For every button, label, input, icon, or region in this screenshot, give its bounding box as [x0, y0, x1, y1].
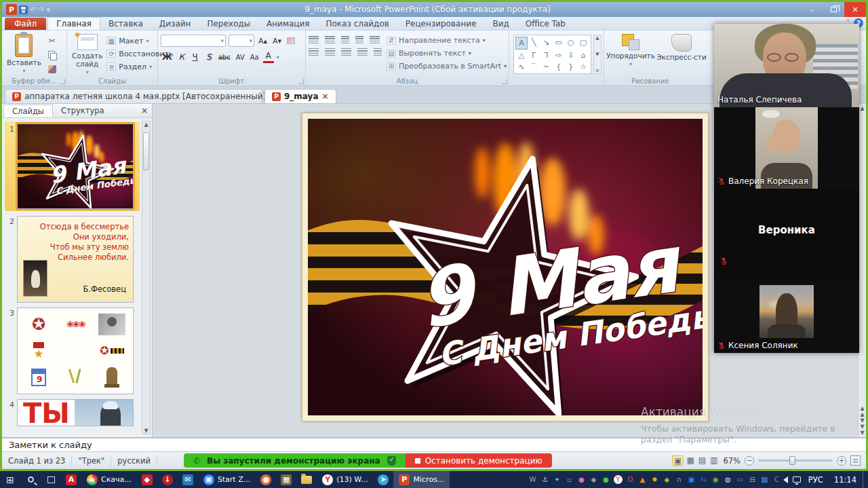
- doc-tab-2-active[interactable]: P 9_maya ×: [264, 89, 336, 103]
- font-color-button[interactable]: A: [263, 51, 274, 63]
- search-button[interactable]: [20, 471, 41, 488]
- zoom-out-icon[interactable]: −: [745, 456, 754, 466]
- quick-styles-button[interactable]: Экспресс-сти: [656, 33, 707, 76]
- tray-monitors-icon[interactable]: ⊟: [747, 476, 758, 483]
- tab-design[interactable]: Дизайн: [151, 18, 199, 30]
- scroll-down-icon[interactable]: ▼: [860, 430, 864, 436]
- line-spacing-icon[interactable]: [370, 36, 380, 43]
- taskbar-telegram[interactable]: ➤: [373, 471, 393, 488]
- justify-icon[interactable]: [357, 48, 368, 56]
- zoom-in-icon[interactable]: +: [837, 456, 846, 466]
- grow-font-button[interactable]: A▴: [257, 35, 269, 47]
- align-center-icon[interactable]: [325, 48, 335, 56]
- font-name-combo[interactable]: ▾: [161, 35, 226, 47]
- next-slide-icon[interactable]: ▼▼: [860, 417, 864, 430]
- tray-snip-icon[interactable]: ▫: [564, 476, 575, 483]
- align-text-button[interactable]: ▤Выровнять текст▾: [387, 48, 507, 59]
- clear-formatting-icon[interactable]: [285, 35, 296, 47]
- tab-outline[interactable]: Структура: [53, 105, 113, 117]
- tray-signal-icon[interactable]: ∩: [673, 476, 685, 483]
- columns-icon[interactable]: [374, 48, 382, 56]
- taskbar-zoom[interactable]: ▣Start Z...: [198, 471, 256, 488]
- taskbar-app-vb[interactable]: ▦: [276, 471, 296, 488]
- shape-triangle-icon[interactable]: △: [515, 50, 528, 61]
- taskbar-downloader[interactable]: ↓: [157, 471, 178, 488]
- thumbnail-2[interactable]: 2 Отсюда в бессмертье Они уходили, Чтоб …: [6, 216, 140, 303]
- zoom-level[interactable]: 67%: [723, 456, 741, 466]
- shadow-button[interactable]: S: [203, 51, 214, 63]
- shape-ellipse-icon[interactable]: ○: [565, 37, 577, 50]
- strikethrough-button[interactable]: abc: [217, 51, 232, 63]
- scrollbar-thumb[interactable]: [143, 132, 149, 170]
- tray-nvidia-icon[interactable]: ◉: [710, 476, 722, 483]
- tray-photos-icon[interactable]: ▧: [759, 476, 770, 483]
- thumbnail-4[interactable]: 4 ТЫ: [6, 399, 140, 426]
- shape-curve-icon[interactable]: ~: [540, 61, 552, 73]
- normal-view-icon[interactable]: ▣: [672, 455, 684, 466]
- align-left-icon[interactable]: [309, 48, 319, 56]
- reading-view-icon[interactable]: ▤: [697, 455, 707, 466]
- shape-arc-icon[interactable]: ⌒: [528, 61, 540, 73]
- thumbnails-scrollbar[interactable]: ▲ ▼: [142, 121, 151, 434]
- taskbar-mail[interactable]: ✉: [178, 471, 198, 488]
- tray-display-icon[interactable]: ▭: [734, 476, 746, 483]
- tray-avast-icon[interactable]: ▲: [637, 476, 648, 483]
- scroll-down-icon[interactable]: ▼: [144, 428, 148, 434]
- task-view-button[interactable]: [41, 471, 61, 488]
- arrange-button[interactable]: Упорядочить ▾: [607, 33, 654, 76]
- taskbar-yandex[interactable]: Y(13) W...: [317, 471, 373, 488]
- participant-video-natalya[interactable]: Наталья Слепичева: [714, 24, 859, 107]
- new-slide-button[interactable]: ✷ Создать слайд ▾: [70, 33, 104, 76]
- increase-indent-icon[interactable]: [355, 36, 363, 43]
- show-desktop-button[interactable]: [863, 471, 865, 488]
- redo-icon[interactable]: ↷: [38, 5, 44, 14]
- shape-arrow-down-icon[interactable]: ⇩: [565, 50, 577, 61]
- participant-video-valeria[interactable]: Валерия Корецкая: [714, 107, 859, 189]
- tray-box-icon[interactable]: ◆: [588, 476, 599, 483]
- text-direction-button[interactable]: ⇵Направление текста▾: [387, 35, 507, 46]
- tray-compass-icon[interactable]: ✦: [551, 476, 563, 483]
- volume-icon[interactable]: [783, 476, 788, 483]
- font-size-combo[interactable]: ▾: [229, 35, 254, 47]
- shapes-scrollbar[interactable]: ▲▼≡: [593, 35, 601, 74]
- shape-line-icon[interactable]: ╲: [528, 37, 540, 50]
- thumbnail-1-selected[interactable]: 1: [5, 121, 140, 211]
- powerpoint-app-icon[interactable]: P: [6, 4, 17, 15]
- tray-yandex-icon[interactable]: Y: [614, 475, 623, 484]
- format-painter-icon[interactable]: [45, 63, 59, 75]
- shape-rounded-rect-icon[interactable]: ▢: [577, 37, 589, 50]
- align-right-icon[interactable]: [341, 48, 351, 56]
- tray-opera-icon[interactable]: O: [625, 476, 636, 483]
- shape-callout-icon[interactable]: ⌂: [577, 50, 589, 61]
- cut-icon[interactable]: ✂: [45, 35, 59, 47]
- thumbnail-3[interactable]: 3 ✪ ❀❀❀ ★ ✪: [6, 307, 140, 394]
- slide-canvas[interactable]: [302, 113, 709, 421]
- tray-wot-icon[interactable]: W: [527, 476, 538, 483]
- bold-button[interactable]: Ж: [161, 51, 174, 63]
- shapes-gallery[interactable]: A ╲ ↘ ▭ ○ ▢ △ Г Ꞁ ⇨ ⇩ ⌂ ∿ ⌒ ~ { } ☆: [513, 35, 591, 74]
- shape-elbow-arrow-icon[interactable]: Ꞁ: [540, 50, 552, 61]
- italic-button[interactable]: К: [176, 51, 187, 63]
- notes-area[interactable]: Заметки к слайду: [2, 437, 866, 451]
- shape-arrow-right-icon[interactable]: ⇨: [553, 50, 565, 61]
- shape-scribble-icon[interactable]: ∿: [515, 61, 528, 73]
- tray-cleaner-icon[interactable]: C: [771, 476, 783, 483]
- language-indicator[interactable]: русский: [111, 455, 157, 466]
- numbering-icon[interactable]: [325, 36, 335, 43]
- change-case-button[interactable]: Aa: [249, 51, 260, 63]
- tray-mic-icon[interactable]: ◍: [722, 476, 734, 483]
- qat-customize-icon[interactable]: ▾: [46, 5, 50, 14]
- tab-insert[interactable]: Вставка: [100, 18, 151, 30]
- tray-defender-icon[interactable]: ◈: [661, 476, 673, 483]
- underline-button[interactable]: Ч: [190, 51, 201, 63]
- tray-anchor-icon[interactable]: ⚓: [539, 476, 551, 483]
- save-icon[interactable]: [19, 5, 28, 14]
- clock[interactable]: 11:14: [829, 475, 862, 485]
- tab-file[interactable]: Файл: [5, 18, 46, 30]
- tray-teamviewer-icon[interactable]: ⇆: [698, 476, 709, 483]
- fit-to-window-icon[interactable]: ⊡: [850, 455, 861, 466]
- bullets-icon[interactable]: [309, 36, 319, 43]
- previous-slide-icon[interactable]: ▲▲: [860, 405, 864, 417]
- clipboard-dialog-launcher[interactable]: [60, 79, 65, 84]
- shape-elbow-icon[interactable]: Г: [528, 50, 540, 61]
